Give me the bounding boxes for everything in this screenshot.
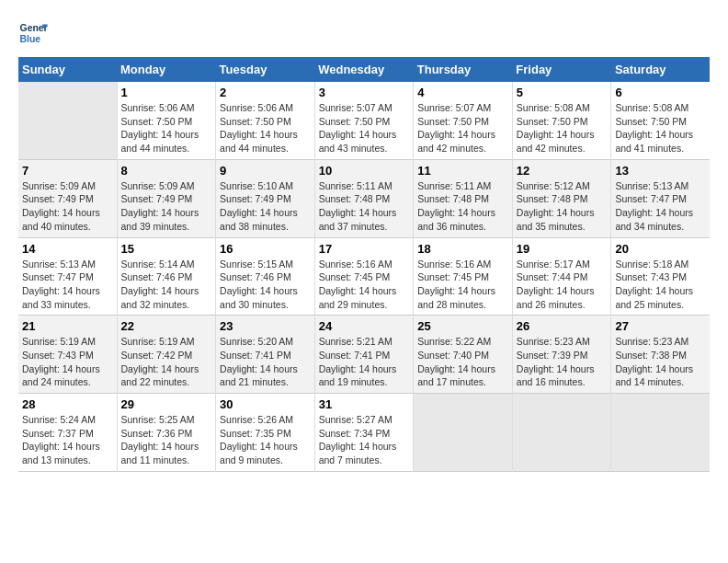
- calendar-cell: 15Sunrise: 5:14 AMSunset: 7:46 PMDayligh…: [117, 237, 216, 316]
- day-number: 23: [220, 319, 311, 333]
- day-number: 13: [615, 164, 706, 178]
- day-header-saturday: Saturday: [611, 57, 710, 82]
- cell-info: Sunrise: 5:27 AMSunset: 7:34 PMDaylight:…: [319, 413, 410, 467]
- day-number: 30: [220, 397, 311, 411]
- day-header-sunday: Sunday: [18, 57, 117, 82]
- day-number: 17: [319, 242, 410, 256]
- calendar-cell: 10Sunrise: 5:11 AMSunset: 7:48 PMDayligh…: [314, 159, 414, 237]
- calendar-cell: 13Sunrise: 5:13 AMSunset: 7:47 PMDayligh…: [611, 159, 710, 237]
- calendar-cell: 1Sunrise: 5:06 AMSunset: 7:50 PMDaylight…: [117, 82, 216, 159]
- cell-info: Sunrise: 5:22 AMSunset: 7:40 PMDaylight:…: [417, 335, 508, 389]
- cell-info: Sunrise: 5:14 AMSunset: 7:46 PMDaylight:…: [121, 258, 212, 312]
- day-number: 14: [22, 242, 113, 256]
- calendar-cell: 2Sunrise: 5:06 AMSunset: 7:50 PMDaylight…: [216, 82, 315, 159]
- calendar-cell: 29Sunrise: 5:25 AMSunset: 7:36 PMDayligh…: [117, 394, 216, 472]
- cell-info: Sunrise: 5:17 AMSunset: 7:44 PMDaylight:…: [517, 258, 608, 312]
- calendar-cell: 6Sunrise: 5:08 AMSunset: 7:50 PMDaylight…: [611, 82, 710, 159]
- cell-info: Sunrise: 5:23 AMSunset: 7:39 PMDaylight:…: [517, 335, 608, 389]
- day-number: 28: [22, 397, 113, 411]
- day-header-tuesday: Tuesday: [216, 57, 315, 82]
- calendar-cell: [414, 394, 513, 472]
- header-row: SundayMondayTuesdayWednesdayThursdayFrid…: [18, 57, 710, 82]
- day-number: 26: [517, 319, 608, 333]
- day-number: 16: [220, 242, 311, 256]
- cell-info: Sunrise: 5:06 AMSunset: 7:50 PMDaylight:…: [220, 101, 311, 155]
- cell-info: Sunrise: 5:07 AMSunset: 7:50 PMDaylight:…: [417, 101, 508, 155]
- day-number: 9: [220, 164, 311, 178]
- calendar-cell: 17Sunrise: 5:16 AMSunset: 7:45 PMDayligh…: [314, 237, 414, 316]
- calendar-cell: 8Sunrise: 5:09 AMSunset: 7:49 PMDaylight…: [117, 159, 216, 237]
- calendar-cell: 9Sunrise: 5:10 AMSunset: 7:49 PMDaylight…: [216, 159, 315, 237]
- day-number: 10: [319, 164, 410, 178]
- day-number: 27: [615, 319, 706, 333]
- cell-info: Sunrise: 5:09 AMSunset: 7:49 PMDaylight:…: [22, 179, 113, 234]
- svg-text:Blue: Blue: [20, 34, 41, 44]
- day-header-monday: Monday: [117, 57, 216, 82]
- day-number: 4: [417, 86, 508, 99]
- cell-info: Sunrise: 5:10 AMSunset: 7:49 PMDaylight:…: [220, 179, 311, 234]
- calendar-cell: 23Sunrise: 5:20 AMSunset: 7:41 PMDayligh…: [216, 316, 315, 394]
- calendar-cell: 18Sunrise: 5:16 AMSunset: 7:45 PMDayligh…: [414, 237, 513, 316]
- week-row-1: 1Sunrise: 5:06 AMSunset: 7:50 PMDaylight…: [18, 82, 710, 159]
- cell-info: Sunrise: 5:12 AMSunset: 7:48 PMDaylight:…: [517, 179, 608, 234]
- calendar-cell: 5Sunrise: 5:08 AMSunset: 7:50 PMDaylight…: [512, 82, 611, 159]
- day-number: 19: [517, 242, 608, 256]
- calendar-cell: 3Sunrise: 5:07 AMSunset: 7:50 PMDaylight…: [314, 82, 414, 159]
- cell-info: Sunrise: 5:16 AMSunset: 7:45 PMDaylight:…: [319, 258, 410, 312]
- day-number: 6: [615, 86, 706, 99]
- cell-info: Sunrise: 5:19 AMSunset: 7:42 PMDaylight:…: [121, 335, 212, 389]
- calendar-cell: 24Sunrise: 5:21 AMSunset: 7:41 PMDayligh…: [314, 316, 414, 394]
- calendar-cell: 30Sunrise: 5:26 AMSunset: 7:35 PMDayligh…: [216, 394, 315, 472]
- cell-info: Sunrise: 5:09 AMSunset: 7:49 PMDaylight:…: [121, 179, 212, 234]
- day-number: 21: [22, 319, 113, 333]
- cell-info: Sunrise: 5:11 AMSunset: 7:48 PMDaylight:…: [319, 179, 410, 234]
- calendar-cell: 31Sunrise: 5:27 AMSunset: 7:34 PMDayligh…: [314, 394, 414, 472]
- week-row-4: 21Sunrise: 5:19 AMSunset: 7:43 PMDayligh…: [18, 316, 710, 394]
- calendar-cell: 14Sunrise: 5:13 AMSunset: 7:47 PMDayligh…: [18, 237, 117, 316]
- day-number: 7: [22, 164, 113, 178]
- cell-info: Sunrise: 5:24 AMSunset: 7:37 PMDaylight:…: [22, 413, 113, 467]
- week-row-3: 14Sunrise: 5:13 AMSunset: 7:47 PMDayligh…: [18, 237, 710, 316]
- cell-info: Sunrise: 5:25 AMSunset: 7:36 PMDaylight:…: [121, 413, 212, 467]
- day-number: 1: [121, 86, 212, 99]
- day-number: 31: [319, 397, 410, 411]
- calendar-cell: 27Sunrise: 5:23 AMSunset: 7:38 PMDayligh…: [611, 316, 710, 394]
- week-row-2: 7Sunrise: 5:09 AMSunset: 7:49 PMDaylight…: [18, 159, 710, 237]
- cell-info: Sunrise: 5:13 AMSunset: 7:47 PMDaylight:…: [22, 258, 113, 312]
- cell-info: Sunrise: 5:08 AMSunset: 7:50 PMDaylight:…: [517, 101, 608, 155]
- day-number: 18: [417, 242, 508, 256]
- calendar-cell: 19Sunrise: 5:17 AMSunset: 7:44 PMDayligh…: [512, 237, 611, 316]
- calendar-cell: 22Sunrise: 5:19 AMSunset: 7:42 PMDayligh…: [117, 316, 216, 394]
- day-number: 25: [417, 319, 508, 333]
- cell-info: Sunrise: 5:18 AMSunset: 7:43 PMDaylight:…: [615, 258, 706, 312]
- calendar-cell: 21Sunrise: 5:19 AMSunset: 7:43 PMDayligh…: [18, 316, 117, 394]
- calendar-cell: 25Sunrise: 5:22 AMSunset: 7:40 PMDayligh…: [414, 316, 513, 394]
- day-header-wednesday: Wednesday: [314, 57, 414, 82]
- cell-info: Sunrise: 5:16 AMSunset: 7:45 PMDaylight:…: [417, 258, 508, 312]
- day-number: 20: [615, 242, 706, 256]
- cell-info: Sunrise: 5:07 AMSunset: 7:50 PMDaylight:…: [319, 101, 410, 155]
- day-number: 24: [319, 319, 410, 333]
- day-number: 8: [121, 164, 212, 178]
- calendar-cell: 4Sunrise: 5:07 AMSunset: 7:50 PMDaylight…: [414, 82, 513, 159]
- calendar-cell: 26Sunrise: 5:23 AMSunset: 7:39 PMDayligh…: [512, 316, 611, 394]
- calendar-cell: 16Sunrise: 5:15 AMSunset: 7:46 PMDayligh…: [216, 237, 315, 316]
- logo-icon: General Blue: [18, 18, 48, 48]
- calendar-cell: 11Sunrise: 5:11 AMSunset: 7:48 PMDayligh…: [414, 159, 513, 237]
- calendar-cell: 28Sunrise: 5:24 AMSunset: 7:37 PMDayligh…: [18, 394, 117, 472]
- day-number: 11: [417, 164, 508, 178]
- calendar-cell: 7Sunrise: 5:09 AMSunset: 7:49 PMDaylight…: [18, 159, 117, 237]
- cell-info: Sunrise: 5:06 AMSunset: 7:50 PMDaylight:…: [121, 101, 212, 155]
- cell-info: Sunrise: 5:13 AMSunset: 7:47 PMDaylight:…: [615, 179, 706, 234]
- day-number: 5: [517, 86, 608, 99]
- page-header: General Blue: [18, 18, 710, 48]
- cell-info: Sunrise: 5:20 AMSunset: 7:41 PMDaylight:…: [220, 335, 311, 389]
- day-number: 2: [220, 86, 311, 99]
- cell-info: Sunrise: 5:08 AMSunset: 7:50 PMDaylight:…: [615, 101, 706, 155]
- calendar-cell: [611, 394, 710, 472]
- logo: General Blue: [18, 18, 51, 48]
- cell-info: Sunrise: 5:23 AMSunset: 7:38 PMDaylight:…: [615, 335, 706, 389]
- cell-info: Sunrise: 5:15 AMSunset: 7:46 PMDaylight:…: [220, 258, 311, 312]
- day-number: 15: [121, 242, 212, 256]
- calendar-cell: 20Sunrise: 5:18 AMSunset: 7:43 PMDayligh…: [611, 237, 710, 316]
